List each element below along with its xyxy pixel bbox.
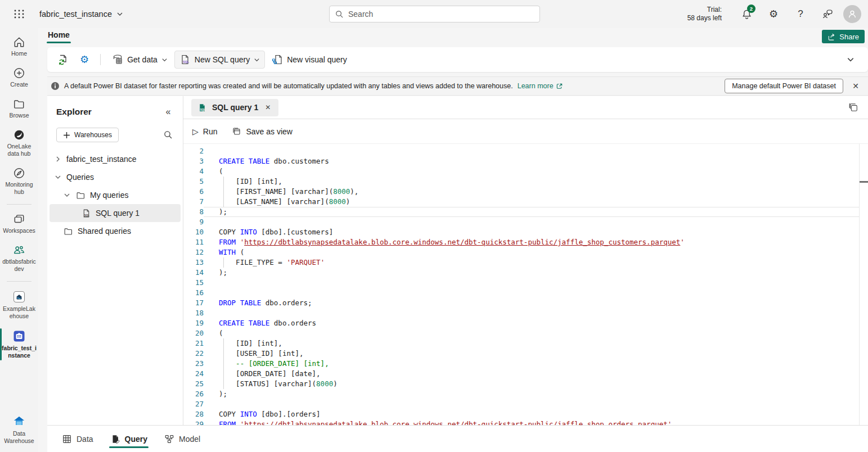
- sidebar-item-dbtlabsfabricdev[interactable]: dbtlabsfabricdev: [0, 242, 38, 275]
- run-button[interactable]: ▷ Run: [192, 127, 217, 136]
- info-icon: [51, 82, 60, 91]
- line-number: 7: [183, 197, 204, 207]
- share-button[interactable]: Share: [822, 30, 865, 43]
- code-line-12[interactable]: 12WITH (: [183, 247, 868, 257]
- sidebar-item-onelake-data-hub[interactable]: OneLake data hub: [0, 126, 38, 160]
- code-line-17[interactable]: 17DROP TABLE dbo.orders;: [183, 298, 868, 308]
- sidebar-item-data-warehouse[interactable]: Data Warehouse: [0, 413, 38, 447]
- line-content: [204, 146, 860, 156]
- svg-text:SQL: SQL: [84, 214, 89, 216]
- tree-item-my-queries[interactable]: My queries: [50, 186, 181, 204]
- feedback-button[interactable]: [816, 3, 839, 25]
- manage-dataset-button[interactable]: Manage default Power BI dataset: [725, 79, 843, 93]
- line-content: FROM 'https://dbtlabsynapsedatalake.blob…: [204, 419, 860, 425]
- code-line-22[interactable]: 22 [USER_ID] [int],: [183, 349, 868, 359]
- code-line-28[interactable]: 28COPY INTO [dbo].[orders]: [183, 409, 868, 419]
- code-line-25[interactable]: 25 [STATUS] [varchar](8000): [183, 379, 868, 389]
- sidebar-item-fabric-test-instance[interactable]: fabric_test_instance: [0, 327, 38, 361]
- code-line-7[interactable]: 7 [LAST_NAME] [varchar](8000): [183, 197, 868, 207]
- search-input[interactable]: [329, 6, 540, 22]
- code-line-15[interactable]: 15: [183, 278, 868, 288]
- rail-divider: [7, 281, 32, 282]
- settings-button[interactable]: ⚙: [762, 3, 785, 25]
- line-number: 2: [183, 146, 204, 156]
- sidebar-item-home[interactable]: Home: [0, 34, 38, 60]
- tab-home[interactable]: Home: [47, 29, 71, 44]
- tree-item-fabric-test-instance[interactable]: fabric_test_instance: [50, 150, 181, 168]
- learn-more-link[interactable]: Learn more: [518, 82, 563, 90]
- code-line-18[interactable]: 18: [183, 308, 868, 318]
- code-line-5[interactable]: 5 [ID] [int],: [183, 177, 868, 187]
- code-line-3[interactable]: 3CREATE TABLE dbo.customers: [183, 156, 868, 166]
- multitasking-icon[interactable]: [847, 101, 860, 114]
- settings-toolbar-button[interactable]: ⚙: [75, 51, 93, 69]
- tree-item-shared-queries[interactable]: Shared queries: [50, 222, 181, 240]
- code-line-27[interactable]: 27: [183, 399, 868, 409]
- top-header: fabric_test_instance Trial: 58 days left…: [0, 0, 868, 28]
- refresh-button[interactable]: [53, 51, 73, 69]
- code-line-2[interactable]: 2: [183, 146, 868, 156]
- code-line-26[interactable]: 26);: [183, 389, 868, 399]
- save-as-view-button[interactable]: Save as view: [232, 126, 292, 136]
- banner-close-icon[interactable]: ✕: [848, 78, 863, 94]
- code-line-6[interactable]: 6 [FIRST_NAME] [varchar](8000),: [183, 187, 868, 197]
- onelake-data-hub-icon: [13, 129, 25, 141]
- tab-sql-query-1[interactable]: SQL SQL query 1 ✕: [191, 99, 278, 116]
- sidebar-item-label: Data Warehouse: [2, 430, 37, 445]
- sidebar-item-label: Home: [11, 50, 27, 57]
- code-line-10[interactable]: 10COPY INTO [dbo].[customers]: [183, 227, 868, 237]
- line-number: 12: [183, 247, 204, 257]
- sidebar-item-workspaces[interactable]: Workspaces: [0, 211, 38, 237]
- sidebar-item-create[interactable]: Create: [0, 65, 38, 91]
- avatar[interactable]: [843, 5, 861, 23]
- line-number: 14: [183, 268, 204, 278]
- collapse-explorer-button[interactable]: «: [161, 105, 175, 119]
- view-tab-model[interactable]: Model: [159, 426, 206, 452]
- code-line-8[interactable]: 8);: [183, 207, 868, 217]
- view-tab-query[interactable]: Query: [105, 426, 153, 452]
- close-tab-icon[interactable]: ✕: [263, 102, 272, 112]
- code-line-23[interactable]: 23 -- [ORDER_DATE] [int],: [183, 359, 868, 369]
- code-line-13[interactable]: 13 FILE_TYPE = 'PARQUET': [183, 257, 868, 268]
- code-line-24[interactable]: 24 [ORDER_DATE] [date],: [183, 369, 868, 379]
- rail-spacer: [0, 367, 38, 413]
- toolbar-expand-chevron[interactable]: [847, 53, 860, 66]
- notifications-button[interactable]: 2: [735, 3, 758, 25]
- fabric-test-instance-icon: [12, 329, 26, 343]
- search-field[interactable]: [348, 10, 534, 19]
- code-line-29[interactable]: 29FROM 'https://dbtlabsynapsedatalake.bl…: [183, 419, 868, 425]
- code-line-4[interactable]: 4(: [183, 166, 868, 177]
- view-tab-data[interactable]: Data: [56, 426, 99, 452]
- sidebar-item-label: OneLake data hub: [2, 143, 37, 157]
- sidebar-item-browse[interactable]: Browse: [0, 96, 38, 121]
- code-line-19[interactable]: 19CREATE TABLE dbo.orders: [183, 318, 868, 328]
- chevron-down-icon[interactable]: [54, 174, 62, 180]
- sql-editor[interactable]: 23CREATE TABLE dbo.customers4(5 [ID] [in…: [183, 144, 868, 425]
- code-line-20[interactable]: 20(: [183, 328, 868, 338]
- get-data-button[interactable]: Get data: [107, 51, 172, 69]
- tree-item-queries[interactable]: Queries: [50, 168, 181, 186]
- chevron-right-icon[interactable]: [54, 156, 62, 162]
- create-icon: [13, 67, 25, 79]
- new-sql-query-button[interactable]: SQL New SQL query: [174, 51, 265, 69]
- code-line-14[interactable]: 14);: [183, 268, 868, 278]
- line-content: [LAST_NAME] [varchar](8000): [204, 197, 860, 207]
- add-warehouses-button[interactable]: Warehouses: [56, 128, 119, 142]
- workspace-switcher[interactable]: fabric_test_instance: [39, 10, 123, 19]
- explorer-panel: Explorer « Warehouses fabric_test_instan…: [47, 96, 183, 425]
- code-line-11[interactable]: 11FROM 'https://dbtlabsynapsedatalake.bl…: [183, 237, 868, 247]
- code-line-16[interactable]: 16: [183, 288, 868, 298]
- code-line-9[interactable]: 9: [183, 217, 868, 227]
- new-visual-query-button[interactable]: New visual query: [267, 51, 352, 69]
- active-tab-underline: [47, 42, 71, 43]
- help-button[interactable]: ?: [789, 3, 812, 25]
- code-line-21[interactable]: 21 [ID] [int],: [183, 338, 868, 349]
- editor-scrollbar[interactable]: [859, 144, 860, 425]
- tree-item-sql-query-1[interactable]: SQLSQL query 1: [50, 204, 181, 222]
- explorer-search-button[interactable]: [161, 128, 175, 142]
- sidebar-item-examplelakehouse[interactable]: ExampleLakehouse: [0, 288, 38, 322]
- line-number: 29: [183, 419, 204, 425]
- sidebar-item-monitoring-hub[interactable]: Monitoring hub: [0, 165, 38, 198]
- chevron-down-icon[interactable]: [63, 192, 71, 198]
- app-launcher-icon[interactable]: [11, 6, 27, 22]
